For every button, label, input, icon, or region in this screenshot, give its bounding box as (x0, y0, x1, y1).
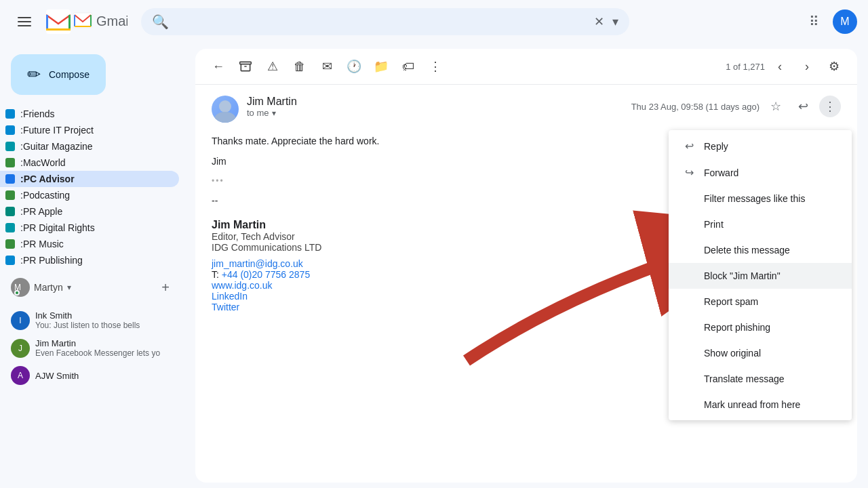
more-options-button[interactable]: ⋮ (819, 96, 841, 117)
to-dropdown-icon[interactable]: ▾ (272, 108, 276, 118)
chat-avatar: I (11, 311, 30, 330)
chat-item-name: Jim Martin (35, 338, 179, 348)
svg-rect-10 (240, 62, 252, 64)
chat-user-avatar: M (11, 278, 30, 297)
delete-button[interactable]: 🗑 (288, 54, 312, 79)
dropdown-item-block[interactable]: x Block "Jim Martin" (669, 263, 852, 289)
dropdown-item-forward[interactable]: ↪ Forward (669, 159, 852, 186)
dropdown-item-label: Report phishing (704, 322, 838, 333)
chat-user-name: Martyn (34, 282, 63, 293)
to-label: to me (247, 108, 269, 118)
move-to-button[interactable]: 📁 (369, 54, 393, 79)
sender-info: Jim Martin to me ▾ (247, 96, 631, 118)
sender-name: Jim Martin (247, 96, 631, 108)
label-button[interactable]: 🏷 (396, 54, 420, 79)
sidebar-item-pr-publishing[interactable]: :PR Publishing (0, 252, 179, 268)
sig-website-link[interactable]: www.idg.co.uk (212, 280, 272, 291)
sender-to[interactable]: to me ▾ (247, 108, 631, 118)
label-color-dot (5, 256, 15, 265)
search-clear-icon[interactable]: ✕ (594, 14, 604, 29)
dropdown-item-filter[interactable]: x Filter messages like this (669, 186, 852, 211)
dropdown-item-phishing[interactable]: x Report phishing (669, 314, 852, 340)
search-input[interactable]: label::pc-advisor (177, 16, 586, 28)
dropdown-item-reply[interactable]: ↩ Reply (669, 133, 852, 159)
email-date: Thu 23 Aug, 09:58 (11 days ago) (631, 102, 760, 112)
chat-avatar: A (11, 366, 30, 385)
sidebar-item-pr-music[interactable]: :PR Music (0, 236, 179, 252)
label-text: :PC Advisor (20, 174, 168, 184)
sidebar-item-pr-digital[interactable]: :PR Digital Rights (0, 220, 179, 236)
sidebar-item-future-it[interactable]: :Future IT Project (0, 122, 179, 138)
chat-item-info: Jim Martin Even Facebook Messenger lets … (35, 338, 179, 358)
sidebar-item-pc-advisor[interactable]: :PC Advisor (0, 171, 179, 187)
dropdown-item-label: Filter messages like this (704, 193, 838, 204)
dropdown-item-delete[interactable]: x Delete this message (669, 237, 852, 263)
chat-avatar: J (11, 339, 30, 358)
chat-list: I Ink Smith You: Just listen to those be… (11, 306, 179, 389)
search-icon: 🔍 (152, 14, 169, 30)
sig-email-link[interactable]: jim_martin@idg.co.uk (212, 258, 303, 269)
email-content-area: ← ⚠ 🗑 ✉ 🕐 📁 🏷 ⋮ 1 of 1,271 ‹ › ⚙ (195, 49, 857, 483)
more-toolbar-button[interactable]: ⋮ (423, 54, 448, 79)
dropdown-item-spam[interactable]: x Report spam (669, 289, 852, 314)
dropdown-item-label: Forward (704, 167, 838, 178)
sig-phone-label: T: (212, 269, 222, 280)
chat-list-item[interactable]: J Jim Martin Even Facebook Messenger let… (11, 334, 179, 362)
add-chat-button[interactable]: + (152, 274, 179, 301)
sidebar-item-guitar[interactable]: :Guitar Magazine (0, 138, 179, 155)
email-toolbar: ← ⚠ 🗑 ✉ 🕐 📁 🏷 ⋮ 1 of 1,271 ‹ › ⚙ (195, 49, 857, 85)
label-text: :PR Apple (20, 206, 168, 217)
forward-icon: ↪ (682, 166, 696, 179)
topbar-right: ⠿ M (800, 8, 857, 35)
label-color-dot (5, 223, 15, 232)
apps-button[interactable]: ⠿ (800, 8, 827, 35)
settings-button[interactable]: ⚙ (822, 54, 846, 79)
chat-item-info: Ink Smith You: Just listen to those bell… (35, 310, 179, 330)
label-color-dot (5, 174, 15, 184)
spam-button[interactable]: ⚠ (260, 54, 285, 79)
sidebar: ✏ Compose :Friends :Future IT Project :G… (0, 43, 190, 488)
sidebar-item-podcasting[interactable]: :Podcasting (0, 187, 179, 203)
chat-list-item[interactable]: I Ink Smith You: Just listen to those be… (11, 306, 179, 334)
dropdown-item-original[interactable]: x Show original (669, 340, 852, 366)
svg-text:Gmail: Gmail (96, 14, 127, 28)
topbar: Gmail 🔍 label::pc-advisor ✕ ▾ ⠿ M (0, 0, 868, 43)
search-dropdown-icon[interactable]: ▾ (612, 14, 618, 29)
sidebar-item-macworld[interactable]: :MacWorld (0, 155, 179, 171)
hamburger-button[interactable] (11, 8, 38, 35)
label-color-dot (5, 239, 15, 249)
label-text: :MacWorld (20, 157, 168, 168)
star-button[interactable]: ☆ (765, 96, 787, 117)
label-text: :Friends (20, 108, 168, 119)
reply-button[interactable]: ↩ (792, 96, 814, 117)
chat-item-preview: Even Facebook Messenger lets yo (35, 348, 179, 358)
sidebar-item-pr-apple[interactable]: :PR Apple (0, 203, 179, 220)
dropdown-item-unread[interactable]: x Mark unread from here (669, 392, 852, 418)
avatar[interactable]: M (833, 9, 857, 34)
dropdown-item-print[interactable]: x Print (669, 211, 852, 237)
email-meta: Thu 23 Aug, 09:58 (11 days ago) ☆ ↩ ⋮ (631, 96, 841, 117)
dropdown-item-translate[interactable]: x Translate message (669, 366, 852, 392)
sig-linkedin-link[interactable]: LinkedIn (212, 291, 248, 302)
sidebar-item-friends[interactable]: :Friends (0, 106, 179, 122)
dropdown-item-label: Reply (704, 141, 838, 152)
toolbar-pagination: 1 of 1,271 ‹ › ⚙ (726, 54, 846, 79)
sig-phone-link[interactable]: +44 (0)20 7756 2875 (222, 269, 310, 280)
context-menu: ↩ Reply ↪ Forward x Filter messages like… (669, 130, 852, 420)
next-email-button[interactable]: › (795, 54, 819, 79)
chat-list-item[interactable]: A AJW Smith (11, 362, 179, 389)
compose-button[interactable]: ✏ Compose (11, 54, 106, 95)
chat-item-preview: You: Just listen to those bells (35, 321, 179, 330)
mark-unread-button[interactable]: ✉ (315, 54, 339, 79)
back-button[interactable]: ← (206, 54, 231, 79)
labels-list: :Friends :Future IT Project :Guitar Maga… (0, 106, 190, 268)
label-text: :PR Music (20, 239, 168, 249)
snooze-button[interactable]: 🕐 (342, 54, 366, 79)
gmail-logo: Gmail (46, 9, 127, 34)
compose-label: Compose (49, 69, 90, 80)
sig-twitter-link[interactable]: Twitter (212, 302, 239, 312)
prev-email-button[interactable]: ‹ (768, 54, 792, 79)
chat-user-dropdown-icon[interactable]: ▾ (67, 283, 71, 292)
dropdown-item-label: Show original (704, 348, 838, 359)
archive-button[interactable] (233, 54, 258, 79)
